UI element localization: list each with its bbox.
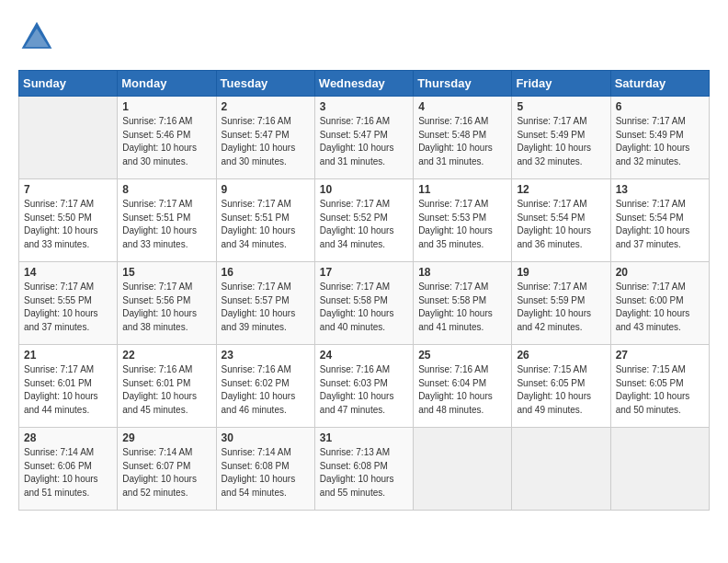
day-number: 23: [222, 349, 310, 362]
cell-content: Sunrise: 7:17 AM Sunset: 5:51 PM Dayligh…: [222, 198, 310, 251]
week-row-1: 1Sunrise: 7:16 AM Sunset: 5:46 PM Daylig…: [19, 97, 710, 179]
cell-content: Sunrise: 7:14 AM Sunset: 6:08 PM Dayligh…: [222, 446, 310, 500]
day-number: 8: [122, 183, 210, 196]
calendar-cell: 25Sunrise: 7:16 AM Sunset: 6:04 PM Dayli…: [414, 345, 512, 428]
cell-content: Sunrise: 7:16 AM Sunset: 5:47 PM Dayligh…: [222, 115, 310, 168]
cell-content: Sunrise: 7:17 AM Sunset: 5:58 PM Dayligh…: [320, 281, 408, 334]
day-number: 29: [122, 431, 210, 444]
cell-content: Sunrise: 7:17 AM Sunset: 5:54 PM Dayligh…: [616, 198, 704, 251]
logo-icon: [18, 18, 55, 55]
calendar-cell: 17Sunrise: 7:17 AM Sunset: 5:58 PM Dayli…: [314, 262, 413, 345]
cell-content: Sunrise: 7:17 AM Sunset: 5:53 PM Dayligh…: [418, 198, 506, 251]
day-number: 26: [517, 349, 605, 362]
day-number: 31: [320, 431, 408, 444]
calendar-cell: 11Sunrise: 7:17 AM Sunset: 5:53 PM Dayli…: [414, 179, 512, 262]
cell-content: Sunrise: 7:16 AM Sunset: 5:46 PM Dayligh…: [122, 115, 210, 168]
day-number: 21: [24, 349, 112, 362]
cell-content: Sunrise: 7:14 AM Sunset: 6:06 PM Dayligh…: [24, 446, 112, 500]
cell-content: Sunrise: 7:16 AM Sunset: 5:48 PM Dayligh…: [418, 115, 506, 168]
calendar-cell: 16Sunrise: 7:17 AM Sunset: 5:57 PM Dayli…: [216, 262, 314, 345]
column-header-saturday: Saturday: [610, 71, 709, 97]
day-number: 24: [320, 349, 408, 362]
day-number: 13: [616, 183, 704, 196]
cell-content: Sunrise: 7:17 AM Sunset: 5:56 PM Dayligh…: [122, 281, 210, 334]
day-number: 4: [418, 100, 506, 113]
calendar-cell: 18Sunrise: 7:17 AM Sunset: 5:58 PM Dayli…: [414, 262, 512, 345]
calendar-cell: 26Sunrise: 7:15 AM Sunset: 6:05 PM Dayli…: [512, 345, 610, 428]
day-number: 22: [122, 349, 210, 362]
column-header-sunday: Sunday: [19, 71, 118, 97]
week-row-2: 7Sunrise: 7:17 AM Sunset: 5:50 PM Daylig…: [19, 179, 710, 262]
cell-content: Sunrise: 7:17 AM Sunset: 5:55 PM Dayligh…: [24, 281, 112, 334]
day-number: 15: [122, 266, 210, 279]
cell-content: Sunrise: 7:15 AM Sunset: 6:05 PM Dayligh…: [616, 363, 704, 417]
logo: [18, 18, 59, 55]
calendar-cell: [512, 428, 610, 511]
cell-content: Sunrise: 7:17 AM Sunset: 5:54 PM Dayligh…: [517, 198, 605, 251]
calendar-cell: 13Sunrise: 7:17 AM Sunset: 5:54 PM Dayli…: [610, 179, 709, 262]
column-header-monday: Monday: [118, 71, 216, 97]
calendar-cell: 24Sunrise: 7:16 AM Sunset: 6:03 PM Dayli…: [314, 345, 413, 428]
calendar-cell: 28Sunrise: 7:14 AM Sunset: 6:06 PM Dayli…: [19, 428, 118, 511]
cell-content: Sunrise: 7:13 AM Sunset: 6:08 PM Dayligh…: [320, 446, 408, 500]
cell-content: Sunrise: 7:17 AM Sunset: 5:52 PM Dayligh…: [320, 198, 408, 251]
calendar-cell: 8Sunrise: 7:17 AM Sunset: 5:51 PM Daylig…: [118, 179, 216, 262]
week-row-3: 14Sunrise: 7:17 AM Sunset: 5:55 PM Dayli…: [19, 262, 710, 345]
calendar-cell: 29Sunrise: 7:14 AM Sunset: 6:07 PM Dayli…: [118, 428, 216, 511]
calendar-cell: 14Sunrise: 7:17 AM Sunset: 5:55 PM Dayli…: [19, 262, 118, 345]
cell-content: Sunrise: 7:15 AM Sunset: 6:05 PM Dayligh…: [517, 363, 605, 417]
cell-content: Sunrise: 7:16 AM Sunset: 6:03 PM Dayligh…: [320, 363, 408, 417]
calendar-cell: 23Sunrise: 7:16 AM Sunset: 6:02 PM Dayli…: [216, 345, 314, 428]
day-number: 25: [418, 349, 506, 362]
calendar-cell: [414, 428, 512, 511]
cell-content: Sunrise: 7:17 AM Sunset: 5:50 PM Dayligh…: [24, 198, 112, 251]
calendar-cell: 31Sunrise: 7:13 AM Sunset: 6:08 PM Dayli…: [314, 428, 413, 511]
calendar-cell: 4Sunrise: 7:16 AM Sunset: 5:48 PM Daylig…: [414, 97, 512, 179]
day-number: 9: [222, 183, 310, 196]
calendar-cell: 10Sunrise: 7:17 AM Sunset: 5:52 PM Dayli…: [314, 179, 413, 262]
calendar-cell: 6Sunrise: 7:17 AM Sunset: 5:49 PM Daylig…: [610, 97, 709, 179]
day-number: 10: [320, 183, 408, 196]
day-number: 30: [222, 431, 310, 444]
day-number: 12: [517, 183, 605, 196]
calendar-cell: 7Sunrise: 7:17 AM Sunset: 5:50 PM Daylig…: [19, 179, 118, 262]
cell-content: Sunrise: 7:17 AM Sunset: 5:49 PM Dayligh…: [517, 115, 605, 168]
cell-content: Sunrise: 7:17 AM Sunset: 5:58 PM Dayligh…: [418, 281, 506, 334]
calendar-cell: 19Sunrise: 7:17 AM Sunset: 5:59 PM Dayli…: [512, 262, 610, 345]
day-number: 18: [418, 266, 506, 279]
day-number: 20: [616, 266, 704, 279]
calendar-cell: 15Sunrise: 7:17 AM Sunset: 5:56 PM Dayli…: [118, 262, 216, 345]
day-number: 5: [517, 100, 605, 113]
calendar-cell: 22Sunrise: 7:16 AM Sunset: 6:01 PM Dayli…: [118, 345, 216, 428]
day-number: 27: [616, 349, 704, 362]
week-row-4: 21Sunrise: 7:17 AM Sunset: 6:01 PM Dayli…: [19, 345, 710, 428]
column-header-tuesday: Tuesday: [216, 71, 314, 97]
cell-content: Sunrise: 7:16 AM Sunset: 6:02 PM Dayligh…: [222, 363, 310, 417]
calendar-cell: 30Sunrise: 7:14 AM Sunset: 6:08 PM Dayli…: [216, 428, 314, 511]
day-number: 19: [517, 266, 605, 279]
cell-content: Sunrise: 7:17 AM Sunset: 6:00 PM Dayligh…: [616, 281, 704, 334]
calendar-cell: 20Sunrise: 7:17 AM Sunset: 6:00 PM Dayli…: [610, 262, 709, 345]
column-header-friday: Friday: [512, 71, 610, 97]
calendar-cell: 12Sunrise: 7:17 AM Sunset: 5:54 PM Dayli…: [512, 179, 610, 262]
cell-content: Sunrise: 7:17 AM Sunset: 6:01 PM Dayligh…: [24, 363, 112, 417]
day-number: 16: [222, 266, 310, 279]
calendar-cell: 5Sunrise: 7:17 AM Sunset: 5:49 PM Daylig…: [512, 97, 610, 179]
cell-content: Sunrise: 7:16 AM Sunset: 5:47 PM Dayligh…: [320, 115, 408, 168]
cell-content: Sunrise: 7:17 AM Sunset: 5:57 PM Dayligh…: [222, 281, 310, 334]
day-number: 7: [24, 183, 112, 196]
day-number: 11: [418, 183, 506, 196]
day-number: 14: [24, 266, 112, 279]
page-header: [18, 18, 710, 55]
calendar-cell: 3Sunrise: 7:16 AM Sunset: 5:47 PM Daylig…: [314, 97, 413, 179]
column-header-thursday: Thursday: [414, 71, 512, 97]
day-number: 3: [320, 100, 408, 113]
cell-content: Sunrise: 7:14 AM Sunset: 6:07 PM Dayligh…: [122, 446, 210, 500]
calendar-cell: 27Sunrise: 7:15 AM Sunset: 6:05 PM Dayli…: [610, 345, 709, 428]
calendar-table: SundayMondayTuesdayWednesdayThursdayFrid…: [18, 70, 710, 511]
day-number: 6: [616, 100, 704, 113]
cell-content: Sunrise: 7:16 AM Sunset: 6:01 PM Dayligh…: [122, 363, 210, 417]
cell-content: Sunrise: 7:17 AM Sunset: 5:49 PM Dayligh…: [616, 115, 704, 168]
day-number: 28: [24, 431, 112, 444]
calendar-cell: [19, 97, 118, 179]
